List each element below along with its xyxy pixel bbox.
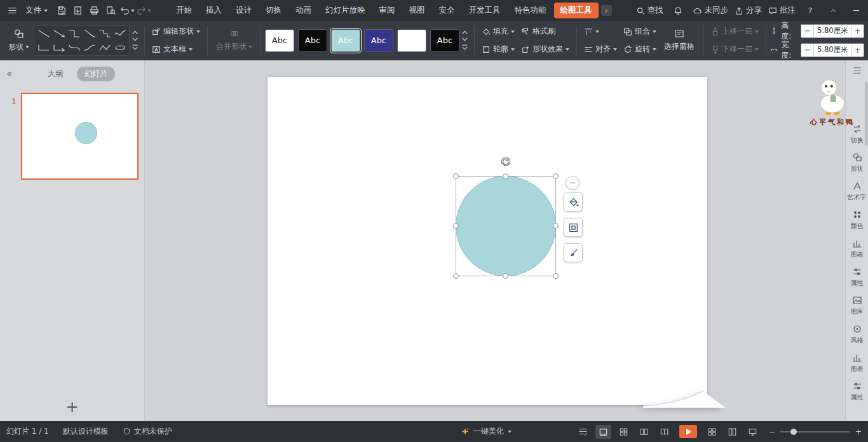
export-button[interactable]	[69, 3, 86, 18]
s-connector-item[interactable]	[67, 43, 81, 53]
tab-insert[interactable]: 插入	[200, 3, 228, 18]
rotate-button[interactable]: 旋转	[620, 42, 660, 57]
tab-slideshow[interactable]: 幻灯片放映	[319, 3, 372, 18]
curve-item[interactable]	[82, 43, 97, 53]
resize-handle-e[interactable]	[553, 223, 559, 229]
normal-view-button[interactable]	[595, 425, 611, 439]
bring-forward-button[interactable]: 上移一层	[707, 24, 762, 39]
width-decrease-button[interactable]: −	[801, 44, 813, 57]
tab-review[interactable]: 审阅	[373, 3, 402, 18]
hamburger-icon[interactable]	[4, 3, 20, 18]
quick-style-brush-button[interactable]	[564, 243, 583, 262]
quick-fill-button[interactable]	[564, 192, 583, 211]
loop-shape-item[interactable]	[112, 43, 127, 53]
shape-style-preset[interactable]: Abc	[364, 29, 393, 52]
slide-thumbnail[interactable]	[21, 93, 139, 180]
save-button[interactable]	[53, 3, 69, 18]
collapse-ribbon-button[interactable]	[825, 3, 841, 18]
fill-button[interactable]: 填充	[478, 24, 518, 39]
distribute-button[interactable]	[581, 24, 620, 39]
style-up-button[interactable]	[462, 30, 468, 34]
print-button[interactable]	[86, 3, 102, 18]
selection-pane-button[interactable]: 选择窗格	[660, 29, 699, 52]
zigzag-item[interactable]	[97, 43, 112, 53]
resize-handle-s[interactable]	[503, 273, 508, 279]
rotate-handle[interactable]	[500, 156, 512, 167]
style-more-button[interactable]	[462, 44, 468, 50]
group-button[interactable]: 组合	[620, 24, 660, 39]
reading-view-button[interactable]	[656, 425, 672, 439]
shapes-button[interactable]: 形状	[4, 29, 34, 53]
sidebar-item-shapes[interactable]: 形状	[851, 152, 864, 173]
zoom-in-button[interactable]: +	[855, 427, 862, 436]
sidebar-item-wordart[interactable]: 艺术字	[848, 181, 867, 202]
more-tabs-button[interactable]: ›	[601, 5, 612, 16]
sync-status-button[interactable]: 未同步	[693, 5, 729, 16]
tab-security[interactable]: 安全	[433, 3, 461, 18]
protection-status[interactable]: 文档未保护	[123, 426, 172, 437]
style-down-button[interactable]	[462, 37, 468, 41]
hide-ribbon-button[interactable]	[848, 3, 864, 18]
shape-style-preset[interactable]: Abc	[430, 29, 459, 52]
comments-button[interactable]: 批注	[768, 5, 796, 16]
sidebar-item-colors[interactable]: 颜色	[851, 210, 864, 231]
tab-special-features[interactable]: 特色功能	[508, 3, 553, 18]
print-preview-button[interactable]	[102, 3, 119, 18]
arrow-shape-item[interactable]	[51, 29, 66, 39]
tab-developer[interactable]: 开发工具	[463, 3, 507, 18]
column-view-button[interactable]	[636, 425, 652, 439]
tab-design[interactable]: 设计	[229, 3, 258, 18]
file-menu-button[interactable]: 文件	[20, 3, 53, 18]
sidebar-item-chart-2[interactable]: 图表	[851, 352, 864, 373]
tab-home[interactable]: 开始	[170, 3, 198, 18]
align-button[interactable]: 对齐	[581, 42, 620, 57]
elbow-connector-item[interactable]	[67, 29, 81, 39]
resize-handle-nw[interactable]	[453, 173, 459, 179]
sidebar-item-chart[interactable]: 图表	[851, 238, 864, 259]
notes-button[interactable]	[575, 425, 591, 439]
height-value[interactable]: 5.80厘米	[813, 25, 851, 37]
split-view-button[interactable]	[724, 425, 740, 439]
redo-button[interactable]	[135, 3, 152, 18]
sidebar-item-gallery[interactable]: 图库	[851, 295, 864, 316]
resize-handle-ne[interactable]	[553, 173, 559, 179]
zoom-out-button[interactable]: −	[769, 427, 775, 436]
height-decrease-button[interactable]: −	[801, 25, 813, 37]
sidebar-item-style[interactable]: 风格	[851, 324, 864, 345]
find-button[interactable]: 查找	[636, 5, 663, 16]
share-button[interactable]: 分享	[735, 5, 762, 16]
format-painter-button[interactable]: 格式刷	[518, 24, 573, 39]
undo-button[interactable]	[119, 3, 135, 18]
sidebar-menu-button[interactable]	[853, 67, 862, 74]
shape-style-preset-selected[interactable]: Abc	[331, 29, 360, 52]
tab-transitions[interactable]: 切换	[259, 3, 288, 18]
line-shape-item[interactable]	[36, 29, 51, 39]
duck-mascot[interactable]: 心平气和鸭	[801, 74, 864, 127]
shape-effects-button[interactable]: 形状效果	[518, 42, 573, 57]
shape-style-preset[interactable]: Abc	[298, 29, 327, 52]
beautify-button[interactable]: 一键美化	[461, 426, 512, 437]
width-increase-button[interactable]: +	[851, 44, 864, 57]
tab-outline[interactable]: 大纲	[40, 67, 71, 81]
resize-handle-n[interactable]	[503, 173, 508, 179]
fit-screen-button[interactable]	[745, 425, 761, 439]
collapse-panel-button[interactable]: «	[6, 68, 12, 79]
height-increase-button[interactable]: +	[851, 25, 864, 37]
notification-bell-button[interactable]	[670, 3, 686, 18]
quick-outline-button[interactable]	[564, 218, 583, 237]
canvas-area[interactable]	[145, 60, 845, 421]
tab-animation[interactable]: 动画	[289, 3, 318, 18]
resize-handle-w[interactable]	[453, 223, 459, 229]
edit-shape-button[interactable]: 编辑形状	[149, 24, 203, 39]
shape-style-preset[interactable]	[397, 29, 426, 52]
sidebar-item-properties[interactable]: 属性	[851, 267, 864, 288]
elbow-arrow-item[interactable]	[51, 43, 66, 53]
tab-slides[interactable]: 幻灯片	[77, 67, 115, 81]
resize-handle-sw[interactable]	[453, 273, 459, 279]
slide-sorter-view-button[interactable]	[616, 425, 632, 439]
zoom-slider-knob[interactable]	[790, 429, 797, 435]
send-backward-button[interactable]: 下移一层	[707, 42, 762, 57]
zoom-slider[interactable]	[780, 431, 850, 432]
grid-view-button[interactable]	[704, 425, 720, 439]
sidebar-item-properties-2[interactable]: 属性	[851, 381, 864, 402]
